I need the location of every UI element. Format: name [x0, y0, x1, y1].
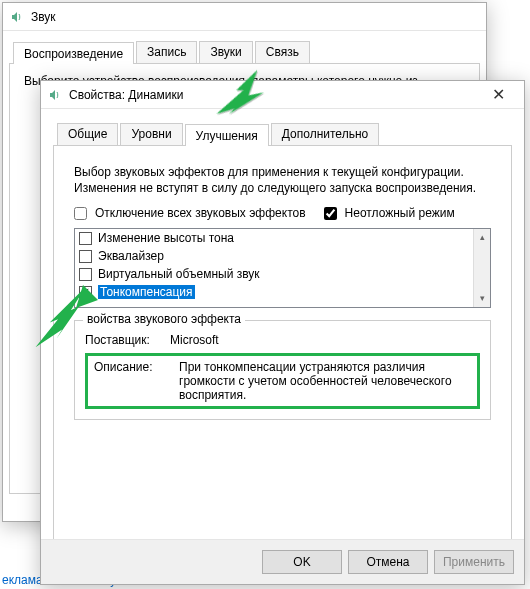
speaker-icon — [9, 9, 25, 25]
effect-label: Виртуальный объемный звук — [98, 267, 260, 281]
tab-playback[interactable]: Воспроизведение — [13, 42, 134, 64]
checkbox-icon[interactable] — [79, 268, 92, 281]
tab-general[interactable]: Общие — [57, 123, 118, 145]
list-item[interactable]: ✓ Тонкомпенсация — [75, 283, 473, 301]
effect-label: Изменение высоты тона — [98, 231, 234, 245]
sound-title: Звук — [31, 10, 480, 24]
disable-all-effects-checkbox[interactable]: Отключение всех звуковых эффектов — [74, 206, 306, 220]
properties-window: Свойства: Динамики ✕ Общие Уровни Улучше… — [40, 80, 525, 585]
ok-button[interactable]: OK — [262, 550, 342, 574]
tab-enhancements[interactable]: Улучшения — [185, 124, 269, 146]
effect-label: Тонкомпенсация — [98, 285, 195, 299]
enhancements-instruction: Выбор звуковых эффектов для применения к… — [74, 164, 491, 196]
list-item[interactable]: Эквалайзер — [75, 247, 473, 265]
properties-titlebar: Свойства: Динамики ✕ — [41, 81, 524, 109]
description-value: При тонкомпенсации устраняются различия … — [179, 360, 471, 402]
vendor-label: Поставщик: — [85, 333, 170, 347]
properties-tabs: Общие Уровни Улучшения Дополнительно — [53, 119, 512, 146]
effect-label: Эквалайзер — [98, 249, 164, 263]
dialog-button-bar: OK Отмена Применить — [41, 539, 524, 584]
bg-link-left[interactable]: еклама — [2, 573, 43, 587]
apply-button[interactable]: Применить — [434, 550, 514, 574]
description-highlight: Описание: При тонкомпенсации устраняются… — [85, 353, 480, 409]
tab-recording[interactable]: Запись — [136, 41, 197, 63]
cancel-button[interactable]: Отмена — [348, 550, 428, 574]
sound-tabs: Воспроизведение Запись Звуки Связь — [9, 37, 480, 64]
checkbox-icon[interactable] — [79, 232, 92, 245]
checkbox-icon[interactable]: ✓ — [79, 286, 92, 299]
properties-title: Свойства: Динамики — [69, 88, 478, 102]
listbox-scrollbar[interactable]: ▴ ▾ — [473, 229, 490, 307]
speaker-icon — [47, 87, 63, 103]
effect-properties-group: войства звукового эффекта Поставщик: Mic… — [74, 320, 491, 420]
tab-advanced[interactable]: Дополнительно — [271, 123, 379, 145]
sound-titlebar: Звук — [3, 3, 486, 31]
description-label: Описание: — [94, 360, 179, 402]
enhancements-panel: Выбор звуковых эффектов для применения к… — [53, 146, 512, 546]
immediate-mode-checkbox[interactable]: Неотложный режим — [324, 206, 455, 220]
scroll-up-icon[interactable]: ▴ — [474, 229, 490, 246]
tab-levels[interactable]: Уровни — [120, 123, 182, 145]
immediate-mode-label: Неотложный режим — [345, 206, 455, 220]
tab-sounds[interactable]: Звуки — [199, 41, 252, 63]
group-legend: войства звукового эффекта — [83, 312, 245, 326]
list-item[interactable]: Виртуальный объемный звук — [75, 265, 473, 283]
vendor-value: Microsoft — [170, 333, 219, 347]
effects-listbox[interactable]: Изменение высоты тона Эквалайзер Виртуал… — [74, 228, 491, 308]
close-icon[interactable]: ✕ — [478, 83, 518, 107]
disable-all-label: Отключение всех звуковых эффектов — [95, 206, 306, 220]
tab-communications[interactable]: Связь — [255, 41, 310, 63]
list-item[interactable]: Изменение высоты тона — [75, 229, 473, 247]
scroll-down-icon[interactable]: ▾ — [474, 290, 490, 307]
checkbox-icon[interactable] — [79, 250, 92, 263]
